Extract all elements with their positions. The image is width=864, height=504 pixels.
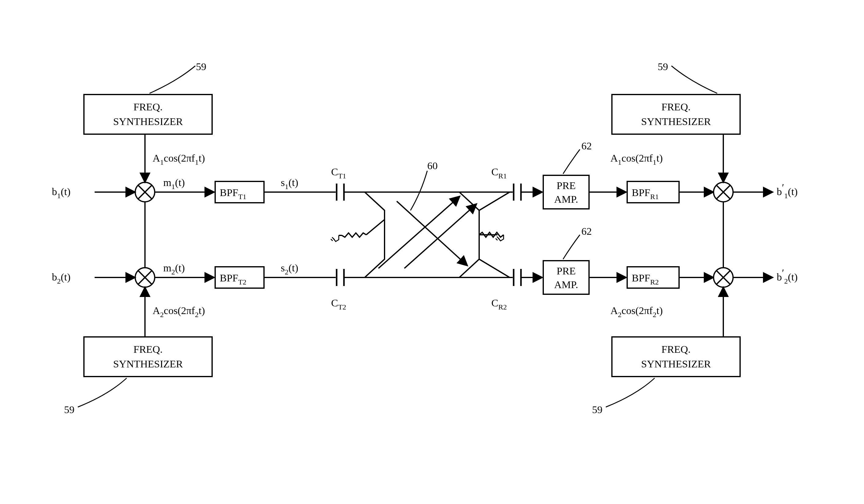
svg-text:SYNTHESIZER: SYNTHESIZER bbox=[113, 358, 183, 370]
cap-cr2 bbox=[514, 269, 521, 286]
label-m2: m2(t) bbox=[163, 262, 185, 276]
svg-text:SYNTHESIZER: SYNTHESIZER bbox=[641, 358, 711, 370]
ref-60: 60 bbox=[427, 160, 437, 171]
svg-text:FREQ.: FREQ. bbox=[661, 101, 691, 112]
svg-text:FREQ.: FREQ. bbox=[133, 344, 163, 355]
coupler-60 bbox=[365, 192, 479, 278]
label-ct2: CT2 bbox=[331, 297, 346, 311]
label-bp1: b′1(t) bbox=[777, 182, 798, 200]
mixer-rx-1 bbox=[713, 182, 733, 202]
freq-synth-bottom-left: FREQ. SYNTHESIZER bbox=[84, 337, 212, 377]
freq-synth-top-right: FREQ. SYNTHESIZER bbox=[612, 95, 740, 134]
label-s2: s2(t) bbox=[281, 262, 298, 276]
cap-ct2 bbox=[337, 269, 344, 286]
svg-rect-7 bbox=[84, 95, 212, 134]
svg-line-26 bbox=[379, 197, 459, 268]
mixer-rx-2 bbox=[713, 268, 733, 287]
freq-synth-top-left: FREQ. SYNTHESIZER bbox=[84, 95, 212, 134]
svg-line-28 bbox=[397, 201, 467, 265]
ref-59-br: 59 bbox=[592, 404, 602, 415]
label-s1: s1(t) bbox=[281, 177, 298, 190]
svg-text:AMP.: AMP. bbox=[554, 194, 578, 205]
svg-rect-55 bbox=[612, 337, 740, 377]
mixer-tx-2 bbox=[135, 268, 155, 287]
label-a1cos-right: A1cos(2πf1t) bbox=[610, 152, 663, 166]
cap-ct1 bbox=[337, 184, 344, 201]
svg-line-33 bbox=[479, 259, 510, 278]
diagram: FREQ. SYNTHESIZER 59 FREQ. SYNTHESIZER 5… bbox=[0, 0, 864, 504]
svg-text:PRE: PRE bbox=[557, 180, 576, 191]
label-a2cos-left: A2cos(2πf2t) bbox=[153, 305, 205, 319]
svg-text:SYNTHESIZER: SYNTHESIZER bbox=[641, 116, 711, 127]
freq-synth-bottom-right: FREQ. SYNTHESIZER bbox=[612, 337, 740, 377]
label-ct1: CT1 bbox=[331, 166, 346, 180]
label-cr2: CR2 bbox=[491, 297, 507, 311]
ref-62-top: 62 bbox=[581, 140, 592, 151]
svg-text:SYNTHESIZER: SYNTHESIZER bbox=[113, 116, 183, 127]
label-a2cos-right: A2cos(2πf2t) bbox=[610, 305, 663, 319]
label-m1: m1(t) bbox=[163, 177, 185, 190]
svg-text:AMP.: AMP. bbox=[554, 279, 578, 290]
svg-rect-10 bbox=[84, 337, 212, 377]
preamp-1: PRE AMP. bbox=[543, 175, 589, 209]
ref-59-tl: 59 bbox=[196, 61, 206, 72]
mixer-tx-1 bbox=[135, 182, 155, 202]
svg-text:FREQ.: FREQ. bbox=[133, 101, 163, 112]
svg-text:FREQ.: FREQ. bbox=[661, 344, 691, 355]
svg-text:PRE: PRE bbox=[557, 265, 576, 276]
svg-line-32 bbox=[479, 192, 510, 210]
svg-line-29 bbox=[366, 220, 385, 235]
label-b1: b1(t) bbox=[52, 186, 71, 200]
label-a1cos-left: A1cos(2πf1t) bbox=[153, 152, 205, 166]
label-cr1: CR1 bbox=[491, 166, 507, 180]
label-bp2: b′2(t) bbox=[777, 267, 798, 285]
ref-59-tr: 59 bbox=[658, 61, 668, 72]
ref-62-bot: 62 bbox=[581, 226, 592, 237]
preamp-2: PRE AMP. bbox=[543, 261, 589, 294]
ref-59-bl: 59 bbox=[64, 404, 74, 415]
svg-rect-51 bbox=[612, 95, 740, 134]
label-b2: b2(t) bbox=[52, 271, 71, 285]
cap-cr1 bbox=[514, 184, 521, 201]
